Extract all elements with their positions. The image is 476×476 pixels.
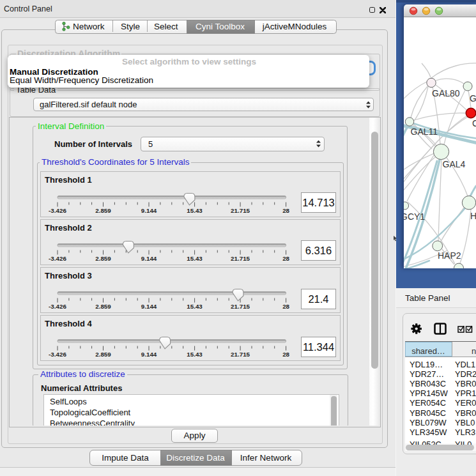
svg-text:2.859: 2.859 xyxy=(95,206,111,213)
svg-text:21.715: 21.715 xyxy=(231,351,250,358)
svg-text:28: 28 xyxy=(282,351,289,358)
svg-text:CY: CY xyxy=(472,118,476,128)
svg-text:2.859: 2.859 xyxy=(95,254,111,261)
svg-text:HAP2: HAP2 xyxy=(438,250,461,261)
svg-text:15.43: 15.43 xyxy=(187,206,203,213)
svg-text:21.715: 21.715 xyxy=(231,303,250,310)
svg-text:GAL80: GAL80 xyxy=(432,88,460,98)
svg-text:-3.426: -3.426 xyxy=(49,351,66,358)
svg-text:-3.426: -3.426 xyxy=(49,303,66,310)
svg-text:GAL11: GAL11 xyxy=(411,127,438,137)
svg-text:-3.426: -3.426 xyxy=(49,254,66,261)
svg-text:GA: GA xyxy=(470,93,476,104)
svg-text:15.43: 15.43 xyxy=(187,254,203,261)
svg-text:GCY1: GCY1 xyxy=(404,211,425,222)
svg-text:21.715: 21.715 xyxy=(231,206,250,213)
svg-text:9.144: 9.144 xyxy=(141,351,157,358)
svg-text:-3.426: -3.426 xyxy=(49,206,66,213)
svg-text:2.859: 2.859 xyxy=(95,351,111,358)
svg-text:2.859: 2.859 xyxy=(95,303,111,310)
svg-text:15.43: 15.43 xyxy=(187,351,203,358)
svg-text:9.144: 9.144 xyxy=(141,303,157,310)
svg-text:28: 28 xyxy=(282,206,289,213)
svg-text:21.715: 21.715 xyxy=(231,254,250,261)
svg-text:HS: HS xyxy=(470,211,476,221)
svg-text:9.144: 9.144 xyxy=(141,254,157,261)
svg-text:28: 28 xyxy=(282,254,289,261)
svg-text:15.43: 15.43 xyxy=(187,303,203,310)
svg-text:GAL4: GAL4 xyxy=(443,159,466,169)
svg-text:9.144: 9.144 xyxy=(141,206,157,213)
svg-text:28: 28 xyxy=(282,303,289,310)
